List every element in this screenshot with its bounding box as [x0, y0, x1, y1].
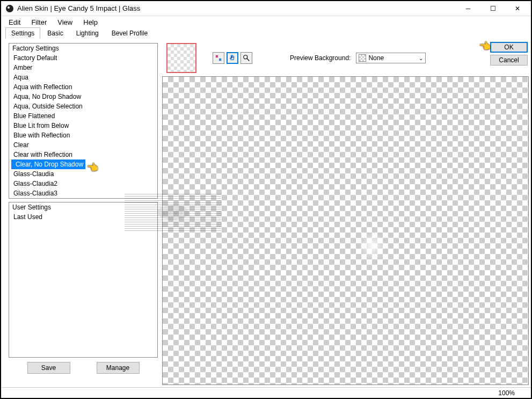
app-icon [5, 4, 14, 13]
preview-thumbnail[interactable] [166, 43, 196, 73]
titlebar: Alien Skin | Eye Candy 5 Impact | Glass … [1, 1, 531, 16]
preview-area: Preview Background: None ⌄ 👉 OK Cancel [162, 40, 531, 387]
save-button[interactable]: Save [27, 362, 70, 374]
list-item[interactable]: Clear [9, 140, 157, 150]
list-item[interactable]: Aqua with Reflection [9, 82, 157, 92]
list-item[interactable]: Glass-Claudia [9, 169, 157, 179]
list-item[interactable]: Aqua, Outside Selection [9, 101, 157, 111]
cancel-button[interactable]: Cancel [490, 55, 528, 66]
tabbar: Settings Basic Lighting Bevel Profile [1, 28, 531, 40]
list-item-selected[interactable]: Clear, No Drop Shadow [11, 159, 85, 169]
tab-settings[interactable]: Settings [5, 27, 40, 39]
statusbar: 100% [1, 387, 531, 398]
list-item[interactable]: Aqua [9, 72, 157, 82]
svg-rect-2 [216, 55, 218, 57]
maximize-button[interactable]: ☐ [480, 1, 505, 16]
tab-lighting[interactable]: Lighting [70, 27, 105, 39]
factory-settings-list[interactable]: Factory Settings Factory Default Amber A… [9, 43, 158, 199]
menu-help[interactable]: Help [79, 17, 102, 27]
svg-line-5 [247, 59, 249, 61]
svg-point-0 [6, 5, 13, 12]
list-item[interactable]: Last Used [9, 212, 157, 222]
list-item[interactable]: Blue with Reflection [9, 130, 157, 140]
list-item[interactable]: Blue Lit from Below [9, 121, 157, 130]
menu-view[interactable]: View [53, 17, 77, 27]
tool-hand-icon[interactable] [227, 52, 238, 64]
zoom-level: 100% [498, 389, 515, 397]
svg-rect-3 [219, 59, 221, 61]
window-title: Alien Skin | Eye Candy 5 Impact | Glass [17, 4, 456, 12]
tab-bevel-profile[interactable]: Bevel Profile [106, 27, 154, 39]
list-item[interactable]: Amber [9, 63, 157, 72]
list-item[interactable]: Clear with Reflection [9, 150, 157, 159]
settings-panel: Factory Settings Factory Default Amber A… [1, 40, 162, 387]
list-item[interactable]: Glass-Claudia2 [9, 179, 157, 188]
list-item[interactable]: Glass-Claudia3 [9, 188, 157, 198]
menubar: Edit Filter View Help [1, 16, 531, 28]
list-item[interactable]: Aqua, No Drop Shadow [9, 92, 157, 101]
chevron-down-icon: ⌄ [419, 55, 423, 61]
preview-bg-label: Preview Background: [290, 54, 351, 62]
svg-point-4 [244, 55, 247, 59]
list-item[interactable]: Blue Flattened [9, 111, 157, 121]
list-item[interactable]: Factory Default [9, 53, 157, 63]
tool-zoom-icon[interactable] [241, 52, 252, 64]
menu-edit[interactable]: Edit [4, 17, 25, 27]
tool-eyedropper-icon[interactable] [213, 52, 224, 64]
menu-filter[interactable]: Filter [27, 17, 51, 27]
checker-swatch-icon [359, 54, 366, 62]
preview-canvas[interactable] [162, 76, 529, 385]
minimize-button[interactable]: ─ [456, 1, 480, 16]
preview-bg-dropdown[interactable]: None ⌄ [356, 53, 426, 63]
ok-button[interactable]: 👉 OK [490, 42, 528, 53]
manage-button[interactable]: Manage [97, 362, 140, 374]
factory-list-header: Factory Settings [9, 43, 157, 53]
glass-effect-preview [359, 233, 385, 259]
user-settings-list[interactable]: User Settings Last Used [9, 202, 158, 358]
svg-point-1 [8, 6, 10, 9]
user-list-header: User Settings [9, 202, 157, 212]
close-button[interactable]: ✕ [505, 1, 530, 16]
tab-basic[interactable]: Basic [41, 27, 69, 39]
preview-bg-value: None [368, 54, 384, 62]
